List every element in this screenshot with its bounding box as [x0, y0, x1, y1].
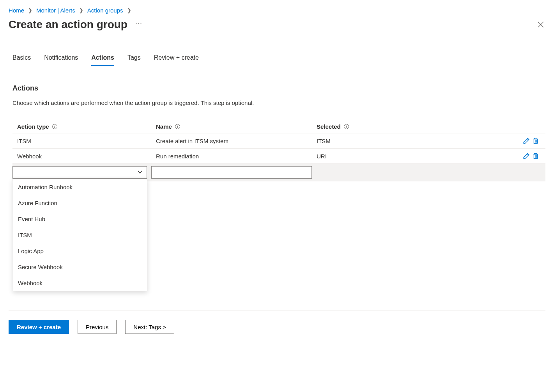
- breadcrumb-monitor-alerts[interactable]: Monitor | Alerts: [36, 7, 75, 14]
- more-icon[interactable]: ···: [135, 20, 142, 27]
- option-azure-function[interactable]: Azure Function: [13, 195, 147, 211]
- info-icon[interactable]: i: [52, 124, 57, 129]
- cell-action-type: ITSM: [17, 138, 156, 144]
- tab-actions[interactable]: Actions: [91, 54, 114, 66]
- table-row: ITSM Create alert in ITSM system ITSM: [12, 133, 545, 149]
- header-action-type: Action type: [17, 123, 49, 130]
- cell-action-type: Webhook: [17, 153, 156, 160]
- info-icon[interactable]: i: [175, 124, 180, 129]
- tab-basics[interactable]: Basics: [12, 54, 31, 66]
- cell-selected: URI: [317, 153, 517, 160]
- tab-review-create[interactable]: Review + create: [154, 54, 199, 66]
- section-title: Actions: [12, 84, 545, 92]
- chevron-right-icon: ❯: [79, 7, 83, 13]
- actions-table: Action type i Name i Selected i ITSM Cre…: [9, 120, 545, 181]
- close-icon: [538, 21, 544, 28]
- chevron-down-icon: [137, 169, 143, 176]
- review-create-button[interactable]: Review + create: [9, 320, 69, 334]
- info-icon[interactable]: i: [344, 124, 349, 129]
- option-logic-app[interactable]: Logic App: [13, 243, 147, 259]
- chevron-right-icon: ❯: [28, 7, 32, 13]
- chevron-right-icon: ❯: [127, 7, 131, 13]
- action-type-dropdown: Automation Runbook Azure Function Event …: [13, 179, 147, 291]
- option-itsm[interactable]: ITSM: [13, 227, 147, 243]
- table-row-new: Automation Runbook Azure Function Event …: [12, 164, 545, 181]
- table-header: Action type i Name i Selected i: [12, 120, 545, 133]
- delete-button[interactable]: [532, 153, 539, 160]
- header-name: Name: [156, 123, 172, 130]
- edit-button[interactable]: [523, 137, 530, 144]
- breadcrumb-home[interactable]: Home: [9, 7, 24, 14]
- tab-notifications[interactable]: Notifications: [44, 54, 78, 66]
- section-description: Choose which actions are performed when …: [12, 99, 545, 106]
- cell-name: Run remediation: [156, 153, 317, 160]
- page-title: Create an action group: [9, 18, 127, 31]
- breadcrumb-action-groups[interactable]: Action groups: [87, 7, 123, 14]
- close-button[interactable]: [534, 18, 548, 32]
- cell-selected: ITSM: [317, 138, 517, 144]
- tab-tags[interactable]: Tags: [127, 54, 141, 66]
- cell-name: Create alert in ITSM system: [156, 138, 317, 144]
- breadcrumb: Home ❯ Monitor | Alerts ❯ Action groups …: [9, 0, 545, 14]
- trash-icon: [532, 137, 539, 144]
- delete-button[interactable]: [532, 137, 539, 144]
- previous-button[interactable]: Previous: [78, 320, 117, 334]
- pencil-icon: [523, 137, 530, 144]
- option-automation-runbook[interactable]: Automation Runbook: [13, 179, 147, 195]
- footer: Review + create Previous Next: Tags >: [9, 310, 545, 343]
- trash-icon: [532, 153, 539, 160]
- header-selected: Selected: [317, 123, 341, 130]
- option-webhook[interactable]: Webhook: [13, 275, 147, 291]
- table-row: Webhook Run remediation URI: [12, 149, 545, 164]
- action-name-input[interactable]: [151, 166, 312, 179]
- option-secure-webhook[interactable]: Secure Webhook: [13, 259, 147, 275]
- action-type-select[interactable]: Automation Runbook Azure Function Event …: [12, 166, 147, 179]
- option-event-hub[interactable]: Event Hub: [13, 211, 147, 227]
- edit-button[interactable]: [523, 153, 530, 160]
- pencil-icon: [523, 153, 530, 160]
- tabs: Basics Notifications Actions Tags Review…: [9, 54, 545, 66]
- next-tags-button[interactable]: Next: Tags >: [125, 320, 174, 334]
